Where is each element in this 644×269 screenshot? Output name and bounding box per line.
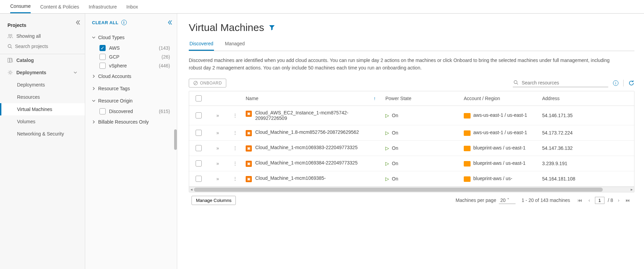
kebab-icon[interactable]: ⋮: [227, 109, 243, 122]
checkbox-icon[interactable]: [99, 108, 106, 114]
chevron-down-icon: ˅: [507, 197, 509, 203]
clear-all-button[interactable]: CLEAR ALL i: [92, 20, 170, 25]
collapse-sidebar-icon[interactable]: [75, 20, 81, 25]
onboard-button[interactable]: ONBOARD: [189, 79, 226, 88]
row-checkbox[interactable]: [196, 160, 202, 167]
svg-point-7: [9, 72, 11, 74]
tab-managed[interactable]: Managed: [224, 37, 245, 51]
nav-resources[interactable]: Resources: [0, 91, 85, 103]
filter-resource-origin[interactable]: Resource Origin: [92, 95, 170, 107]
per-page-select[interactable]: 20 ˅: [499, 197, 515, 204]
svg-line-3: [11, 47, 12, 49]
nav-networking-security[interactable]: Networking & Security: [0, 128, 85, 140]
expand-icon[interactable]: »: [208, 141, 227, 155]
search-projects[interactable]: [0, 42, 85, 54]
table-row[interactable]: »⋮▣Cloud_Machine_1-mcm1069383-2220497733…: [189, 141, 634, 156]
filter-cloud-accounts[interactable]: Cloud Accounts: [92, 70, 170, 82]
tab-infrastructure[interactable]: Infrastructure: [89, 1, 117, 13]
vm-icon: ▣: [246, 130, 252, 136]
sub-tabs: Discovered Managed: [189, 37, 634, 51]
tab-consume[interactable]: Consume: [10, 0, 31, 13]
onboard-label: ONBOARD: [200, 81, 222, 85]
nav-catalog-label: Catalog: [16, 58, 34, 63]
tab-content-policies[interactable]: Content & Policies: [40, 1, 79, 13]
kebab-icon[interactable]: ⋮: [227, 141, 243, 155]
table-row[interactable]: »⋮▣Cloud_Machine_1-mcm1069385-▷Onbluepri…: [189, 171, 634, 187]
people-icon: [7, 34, 13, 38]
info-icon[interactable]: i: [121, 20, 127, 25]
row-checkbox[interactable]: [196, 176, 202, 182]
kebab-icon[interactable]: ⋮: [227, 172, 243, 186]
table-row[interactable]: »⋮▣Cloud_AWS_EC2_Instance_1-mcm875742-20…: [189, 106, 634, 125]
checkbox-icon[interactable]: [99, 54, 106, 60]
manage-columns-button[interactable]: Manage Columns: [191, 196, 236, 205]
search-resources[interactable]: [513, 79, 608, 87]
nav-deployments[interactable]: Deployments: [0, 66, 85, 79]
kebab-icon[interactable]: ⋮: [227, 126, 243, 140]
col-address[interactable]: Address: [539, 92, 621, 105]
vm-name: Cloud_Machine_1-mcm1069384-222049773325: [255, 160, 357, 165]
row-checkbox[interactable]: [196, 145, 202, 151]
page-input[interactable]: [595, 197, 604, 204]
kebab-icon[interactable]: ⋮: [227, 157, 243, 170]
scroll-left-icon[interactable]: ◄: [189, 187, 194, 192]
address: 54.146.171.35: [539, 109, 621, 122]
filter-billable[interactable]: Billable Resources Only: [92, 116, 170, 128]
vm-name: Cloud_AWS_EC2_Instance_1-mcm875742-20992…: [255, 110, 380, 121]
page-prev-icon[interactable]: ‹: [587, 197, 592, 204]
chevron-down-icon: [73, 70, 77, 75]
scrollbar-thumb[interactable]: [194, 188, 603, 192]
nav-volumes[interactable]: Volumes: [0, 115, 85, 128]
select-all-checkbox[interactable]: [196, 95, 202, 101]
nav-virtual-machines[interactable]: Virtual Machines: [0, 103, 85, 115]
expand-icon[interactable]: »: [208, 172, 227, 186]
filter-resource-tags[interactable]: Resource Tags: [92, 82, 170, 95]
aws-icon: [464, 113, 471, 118]
search-resources-input[interactable]: [513, 79, 608, 87]
sort-asc-icon[interactable]: ↑: [373, 96, 376, 101]
filter-icon[interactable]: [269, 25, 275, 31]
vm-icon: ▣: [246, 161, 252, 167]
col-account[interactable]: Account / Region: [461, 92, 539, 105]
page-first-icon[interactable]: ⏮: [576, 197, 584, 204]
tab-inbox[interactable]: Inbox: [126, 1, 138, 13]
tab-discovered[interactable]: Discovered: [189, 37, 214, 51]
table-header: Name ↑ Power State Account / Region Addr…: [189, 91, 634, 106]
expand-icon[interactable]: »: [208, 109, 227, 122]
main-content: Virtual Machines Discovered Managed Disc…: [177, 14, 644, 269]
scroll-right-icon[interactable]: ►: [629, 187, 634, 192]
search-projects-input[interactable]: [15, 44, 73, 49]
row-checkbox[interactable]: [196, 130, 202, 136]
table-row[interactable]: »⋮▣Cloud_Machine_1.8-mcm852756-208729629…: [189, 125, 634, 141]
horizontal-scrollbar[interactable]: ◄ ►: [189, 187, 634, 192]
row-checkbox[interactable]: [196, 112, 202, 118]
nav-catalog[interactable]: Catalog: [0, 54, 85, 66]
filter-gcp[interactable]: GCP (26): [92, 52, 170, 61]
scrollbar-thumb[interactable]: [174, 129, 177, 150]
expand-icon[interactable]: »: [208, 126, 227, 140]
filter-aws[interactable]: ✓ AWS (143): [92, 44, 170, 52]
col-name[interactable]: Name ↑: [243, 92, 383, 105]
nav-deployments-sub[interactable]: Deployments: [0, 79, 85, 91]
checkbox-icon[interactable]: [99, 63, 106, 69]
checkbox-checked-icon[interactable]: ✓: [99, 45, 106, 51]
col-power[interactable]: Power State: [383, 92, 461, 105]
collapse-filter-icon[interactable]: [167, 20, 173, 25]
table-row[interactable]: »⋮▣Cloud_Machine_1-mcm1069384-2220497733…: [189, 156, 634, 171]
chevron-down-icon: [92, 99, 95, 102]
power-on-icon: ▷: [385, 145, 389, 151]
refresh-icon[interactable]: [628, 80, 634, 86]
table-footer: Manage Columns Machines per page 20 ˅ 1 …: [189, 192, 634, 208]
svg-point-2: [8, 45, 11, 48]
power-state: On: [392, 161, 398, 166]
page-last-icon[interactable]: ⏭: [624, 197, 632, 204]
filter-cloud-types[interactable]: Cloud Types: [92, 31, 170, 44]
filter-vsphere[interactable]: vSphere (446): [92, 61, 170, 70]
page-next-icon[interactable]: ›: [616, 197, 621, 204]
info-icon[interactable]: i: [613, 80, 618, 86]
showing-all[interactable]: Showing all: [0, 31, 85, 42]
expand-icon[interactable]: »: [208, 157, 227, 170]
disabled-icon: [193, 81, 198, 85]
filter-discovered[interactable]: Discovered (615): [92, 107, 170, 116]
svg-line-9: [194, 82, 197, 84]
